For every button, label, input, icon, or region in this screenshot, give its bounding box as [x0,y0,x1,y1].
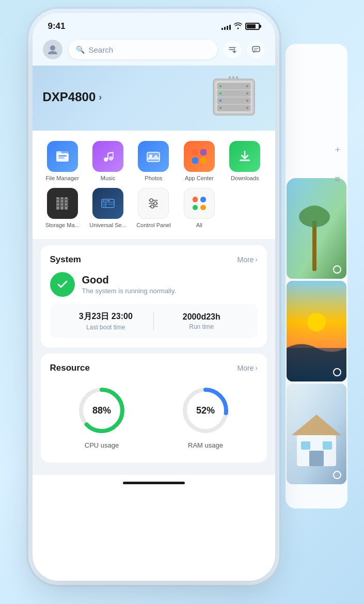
svg-point-24 [246,85,248,87]
add-icon[interactable]: ＋ [330,142,345,156]
music-label: Music [101,175,116,182]
svg-rect-42 [58,157,65,158]
system-card-header: System More › [50,255,258,265]
all-icon [184,188,215,219]
svg-rect-55 [56,199,69,200]
svg-point-70 [154,202,157,205]
status-circle [50,272,75,297]
svg-point-13 [237,27,239,29]
cpu-gauge: 88% CPU usage [76,385,128,449]
scrollable-content: File Manager Music [33,131,275,475]
home-indicator [33,475,275,490]
svg-point-14 [50,45,55,51]
svg-point-26 [246,92,248,94]
svg-rect-64 [103,205,106,206]
svg-rect-25 [217,90,250,97]
app-control-panel[interactable]: Control Panel [132,188,175,229]
svg-rect-57 [56,205,69,206]
svg-point-31 [219,85,221,87]
svg-rect-11 [301,441,310,450]
app-file-manager[interactable]: File Manager [41,141,84,182]
photo-house [287,384,346,484]
control-panel-label: Control Panel [136,222,171,229]
svg-rect-51 [240,160,250,161]
svg-line-47 [108,152,113,153]
list-icon[interactable]: ≡ [330,172,345,186]
system-status-row: Good The system is running normally. [50,272,258,297]
system-card-title: System [50,255,81,265]
svg-point-71 [151,205,154,208]
photo-sunset [287,281,346,382]
cpu-gauge-circle: 88% [76,385,128,436]
svg-point-69 [150,199,153,202]
svg-point-28 [246,100,248,102]
all-label: All [196,222,202,229]
svg-point-44 [109,156,113,161]
ram-gauge-circle: 52% [180,385,231,436]
app-storage[interactable]: Storage Ma... [41,188,84,229]
app-universal[interactable]: Universal Se... [86,188,130,229]
photo-palm [287,178,346,279]
status-text-group: Good The system is running normally. [82,274,177,295]
top-bar: 🔍 Search [33,36,275,66]
status-good-text: Good [82,274,177,286]
search-bar[interactable]: 🔍 Search [69,40,217,59]
universal-label: Universal Se... [89,222,126,229]
svg-rect-36 [232,76,234,78]
run-time-col: 2000d23h Run time [154,312,249,330]
svg-rect-18 [252,46,260,52]
device-name: DXP4800 › [43,90,102,104]
run-time-label: Run time [154,323,249,330]
system-more-button[interactable]: More › [238,256,258,264]
svg-point-43 [104,157,108,162]
boot-time-col: 3月23日 23:00 Last boot time [58,311,154,331]
chat-button[interactable] [247,41,265,58]
app-center-label: App Center [185,175,214,182]
downloads-icon [229,141,260,172]
avatar[interactable] [43,40,62,59]
home-bar [123,482,185,484]
svg-rect-62 [107,200,110,201]
storage-icon [47,188,78,219]
app-app-center[interactable]: App Center [178,141,221,182]
cpu-usage-label: CPU usage [85,441,119,449]
svg-text:88%: 88% [92,405,111,416]
app-all[interactable]: All [178,188,221,229]
sort-button[interactable] [224,41,241,58]
app-music[interactable]: Music [86,141,130,182]
photo-dot-3 [333,471,341,479]
app-center-icon [184,141,215,172]
gauges-row: 88% CPU usage [50,380,258,453]
svg-rect-40 [56,151,61,154]
bg-photos-panel [287,178,346,488]
phone-container: ＋ ≡ [33,13,332,591]
system-more-arrow: › [256,256,258,263]
storage-label: Storage Ma... [45,222,80,229]
apps-row2: Storage Ma... [41,188,267,229]
app-placeholder [223,188,266,229]
app-downloads[interactable]: Downloads [223,141,266,182]
hero-section[interactable]: DXP4800 › [33,66,275,131]
status-time: 9:41 [48,21,66,31]
photos-icon [138,141,169,172]
downloads-label: Downloads [231,175,259,182]
resource-card-header: Resource More › [50,363,258,373]
music-icon [92,141,123,172]
signal-icon [221,23,231,30]
svg-rect-56 [56,202,69,203]
svg-text:52%: 52% [196,405,215,416]
resource-more-arrow: › [256,364,258,372]
svg-rect-35 [229,76,231,78]
resource-more-button[interactable]: More › [238,364,258,372]
svg-point-30 [246,107,248,109]
svg-rect-12 [323,441,332,450]
photo-dot-2 [333,368,341,376]
file-manager-icon [47,141,78,172]
app-photos[interactable]: Photos [132,141,175,182]
phone-frame: 9:41 [33,13,275,581]
svg-rect-23 [217,83,250,89]
battery-icon [245,23,260,30]
status-icons [221,22,260,31]
svg-rect-27 [217,98,250,104]
universal-icon [92,188,123,219]
